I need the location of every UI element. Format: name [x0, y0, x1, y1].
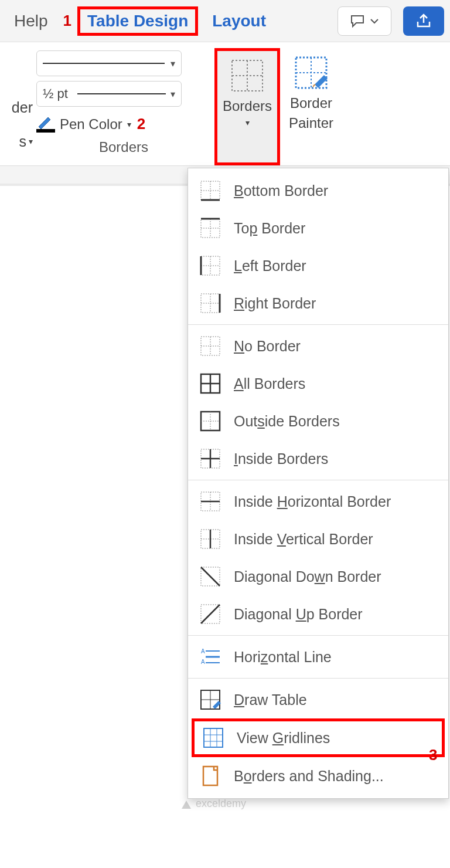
all-borders-icon	[200, 373, 221, 394]
menu-label: Borders and Shading...	[234, 768, 384, 785]
no-border-icon	[200, 335, 221, 357]
menu-inside-horizontal[interactable]: Inside Horizontal Border	[188, 483, 448, 520]
left-border-icon	[200, 255, 221, 276]
menu-inside-borders[interactable]: Inside Borders	[188, 440, 448, 477]
menu-label: Top Border	[234, 220, 305, 237]
chevron-down-icon: ▾	[127, 120, 131, 129]
svg-text:A: A	[201, 648, 205, 655]
cut-text1: der	[12, 99, 33, 116]
inside-borders-icon	[200, 448, 221, 469]
pen-color-dropdown[interactable]: Pen Color ▾ 2	[36, 111, 211, 133]
inside-vertical-icon	[200, 528, 221, 550]
annotation-2: 2	[137, 115, 145, 133]
border-weight-dropdown[interactable]: ½ pt ▾	[36, 81, 182, 107]
line-style-preview	[43, 63, 165, 64]
menu-label: Diagonal Down Border	[234, 568, 381, 585]
menu-label: All Borders	[234, 375, 305, 392]
ribbon-cut-left: der s ▾	[0, 46, 33, 165]
pen-color-icon	[36, 116, 55, 133]
svg-marker-58	[182, 801, 191, 809]
menu-label: Draw Table	[234, 691, 307, 708]
menu-label: Horizontal Line	[234, 649, 332, 666]
annotation-1: 1	[63, 12, 71, 30]
svg-line-43	[201, 605, 220, 623]
chevron-down-icon: ▾	[171, 58, 175, 69]
menu-label: Bottom Border	[234, 182, 328, 199]
borders-button-label: Borders	[223, 98, 272, 114]
menu-borders-and-shading[interactable]: Borders and Shading...	[188, 757, 448, 795]
annotation-3: 3	[429, 746, 437, 764]
draw-table-icon	[200, 689, 221, 710]
diagonal-down-icon	[200, 566, 221, 587]
pen-color-label: Pen Color	[60, 116, 122, 133]
menu-left-border[interactable]: Left Border	[188, 247, 448, 284]
watermark-icon	[180, 798, 192, 810]
inside-horizontal-icon	[200, 491, 221, 512]
bottom-border-icon	[200, 180, 221, 201]
tab-table-design-label: Table Design	[87, 12, 188, 30]
menu-label: Diagonal Up Border	[234, 606, 363, 623]
share-icon	[415, 13, 432, 29]
weight-label: ½ pt	[43, 86, 73, 101]
view-gridlines-icon	[203, 727, 224, 748]
borders-shading-icon	[200, 765, 221, 786]
tab-help-label: Help	[14, 12, 48, 30]
watermark-text: exceldemy	[196, 798, 246, 810]
watermark: exceldemy	[180, 798, 246, 810]
menu-right-border[interactable]: Right Border	[188, 284, 448, 322]
menu-diagonal-up[interactable]: Diagonal Up Border	[188, 595, 448, 633]
menu-label: No Border	[234, 338, 301, 355]
tab-table-design[interactable]: Table Design	[77, 6, 198, 36]
svg-line-41	[201, 567, 220, 586]
share-button[interactable]	[403, 6, 444, 36]
menu-draw-table[interactable]: Draw Table	[188, 681, 448, 718]
comments-button[interactable]	[338, 6, 391, 36]
top-border-icon	[200, 218, 221, 239]
horizontal-line-icon: A A	[200, 646, 221, 667]
diagonal-up-icon	[200, 603, 221, 625]
menu-separator	[188, 480, 448, 480]
menu-label: Inside Borders	[234, 450, 328, 467]
menu-outside-borders[interactable]: Outside Borders	[188, 402, 448, 440]
tab-help[interactable]: Help	[6, 7, 56, 35]
menu-label: Left Border	[234, 257, 306, 274]
chevron-down-icon	[370, 18, 379, 25]
cut-text2: s	[19, 133, 27, 150]
border-painter-label-2: Painter	[289, 115, 333, 131]
chevron-down-icon: ▾	[29, 137, 33, 147]
border-options-col: ▾ ½ pt ▾ Pen Color ▾ 2 Borders	[33, 46, 214, 165]
chevron-down-icon: ▾	[171, 89, 175, 100]
menu-no-border[interactable]: No Border	[188, 327, 448, 365]
borders-dropdown-menu: Bottom Border Top Border Left Border Rig…	[188, 168, 449, 799]
menu-top-border[interactable]: Top Border	[188, 209, 448, 247]
chevron-down-icon: ▾	[246, 118, 250, 127]
border-painter-icon	[292, 54, 330, 91]
tab-layout-label: Layout	[212, 12, 266, 30]
menu-label: Right Border	[234, 295, 316, 312]
menu-inside-vertical[interactable]: Inside Vertical Border	[188, 520, 448, 558]
menu-bottom-border[interactable]: Bottom Border	[188, 172, 448, 209]
border-painter-button[interactable]: Border Painter	[280, 48, 342, 165]
menu-diagonal-down[interactable]: Diagonal Down Border	[188, 558, 448, 595]
ribbon-borders-group: der s ▾ ▾ ½ pt ▾ Pen Color ▾	[0, 42, 450, 166]
svg-text:A: A	[201, 659, 205, 665]
border-style-dropdown[interactable]: ▾	[36, 50, 182, 76]
right-border-icon	[200, 293, 221, 314]
weight-line-preview	[77, 93, 166, 94]
tab-layout[interactable]: Layout	[204, 7, 274, 35]
menu-label: Inside Horizontal Border	[234, 493, 391, 510]
borders-split-button[interactable]: Borders ▾	[214, 48, 280, 165]
menu-all-borders[interactable]: All Borders	[188, 365, 448, 402]
menu-label: Outside Borders	[234, 413, 340, 430]
menu-separator	[188, 324, 448, 325]
svg-rect-52	[204, 728, 223, 747]
group-label-borders: Borders	[33, 133, 214, 160]
menu-separator	[188, 635, 448, 636]
menu-label: View Gridlines	[237, 730, 330, 747]
ribbon-tabbar: Help 1 Table Design Layout	[0, 0, 450, 42]
menu-separator	[188, 678, 448, 679]
menu-view-gridlines[interactable]: View Gridlines	[192, 718, 445, 757]
menu-label: Inside Vertical Border	[234, 531, 373, 548]
menu-horizontal-line[interactable]: A A Horizontal Line	[188, 638, 448, 676]
borders-grid-icon	[229, 57, 266, 94]
